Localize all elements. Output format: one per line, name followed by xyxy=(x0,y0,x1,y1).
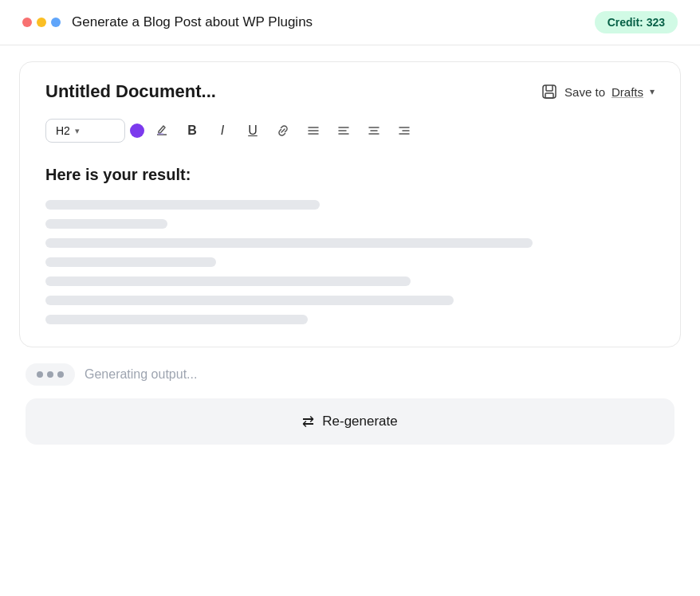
anim-dot-2 xyxy=(47,371,53,378)
regenerate-button[interactable]: ⇄ Re-generate xyxy=(26,398,674,445)
window-dots xyxy=(22,18,61,27)
color-picker[interactable] xyxy=(130,124,144,138)
bold-label: B xyxy=(187,124,197,138)
underline-button[interactable]: U xyxy=(240,118,265,143)
doc-header: Untitled Document... Save to Drafts ▾ xyxy=(45,81,655,102)
bold-button[interactable]: B xyxy=(179,118,205,143)
regenerate-label: Re-generate xyxy=(322,414,398,429)
save-label-drafts: Drafts xyxy=(612,85,643,99)
heading-chevron-icon: ▾ xyxy=(75,126,80,136)
save-chevron-icon: ▾ xyxy=(650,86,655,97)
regenerate-icon: ⇄ xyxy=(302,413,314,430)
animated-dots xyxy=(26,363,75,386)
italic-button[interactable]: I xyxy=(210,118,235,143)
top-bar-left: Generate a Blog Post about WP Plugins xyxy=(22,14,313,30)
generating-row: Generating output... xyxy=(26,363,674,386)
formatting-toolbar: H2 ▾ B I U xyxy=(45,118,655,143)
anim-dot-3 xyxy=(57,371,64,378)
align-center-button[interactable] xyxy=(361,118,387,143)
anim-dot-1 xyxy=(37,371,43,378)
heading-value: H2 xyxy=(56,124,70,137)
dot-yellow xyxy=(37,18,46,27)
credit-badge: Credit: 323 xyxy=(595,11,678,33)
result-label: Here is your result: xyxy=(45,166,655,184)
save-icon xyxy=(541,83,558,100)
generating-status: Generating output... xyxy=(85,367,197,382)
align-right-button[interactable] xyxy=(391,118,417,143)
heading-select[interactable]: H2 ▾ xyxy=(45,119,125,143)
skeleton-line xyxy=(45,238,533,248)
content-area: Here is your result: xyxy=(45,163,655,347)
dot-red xyxy=(22,18,32,27)
skeleton-line xyxy=(45,219,167,229)
svg-rect-4 xyxy=(545,93,553,98)
skeleton-line xyxy=(45,296,454,305)
document-card: Untitled Document... Save to Drafts ▾ xyxy=(19,61,681,347)
skeleton-line xyxy=(45,257,216,267)
save-label-prefix: Save to xyxy=(564,85,605,99)
top-bar: Generate a Blog Post about WP Plugins Cr… xyxy=(0,0,700,45)
italic-label: I xyxy=(221,124,224,138)
underline-label: U xyxy=(248,124,258,138)
skeleton-line xyxy=(45,200,320,210)
skeleton-lines xyxy=(45,200,655,324)
page-title: Generate a Blog Post about WP Plugins xyxy=(72,14,313,30)
bottom-area: Generating output... ⇄ Re-generate xyxy=(0,347,700,464)
save-to-drafts-button[interactable]: Save to Drafts ▾ xyxy=(541,83,655,100)
link-button[interactable] xyxy=(270,118,296,143)
svg-rect-5 xyxy=(158,133,163,135)
highlight-button[interactable] xyxy=(149,118,175,143)
skeleton-line xyxy=(45,315,308,324)
dot-blue xyxy=(51,18,61,27)
document-inner: Untitled Document... Save to Drafts ▾ xyxy=(20,62,680,347)
list-button[interactable] xyxy=(301,118,326,143)
skeleton-line xyxy=(45,276,411,286)
align-left-button[interactable] xyxy=(331,118,356,143)
document-title: Untitled Document... xyxy=(45,81,216,102)
